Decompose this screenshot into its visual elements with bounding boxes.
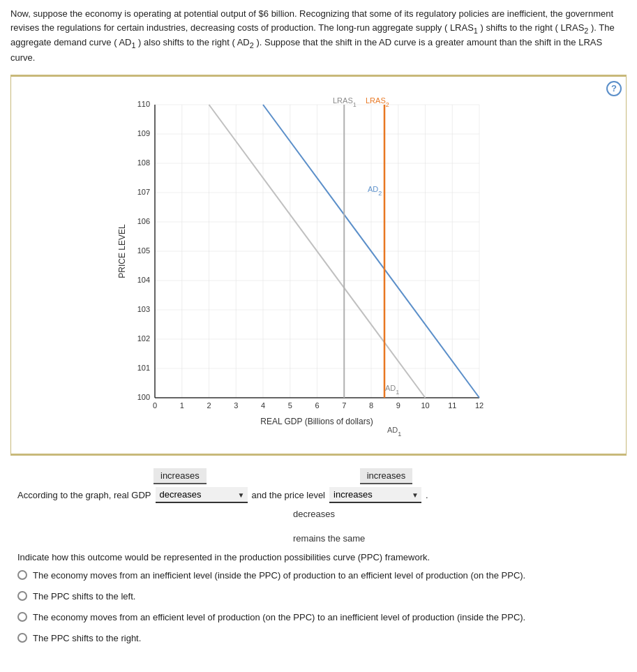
gdp-dropdown[interactable]: increases decreases remains the same xyxy=(156,487,248,503)
increases-label-1: increases xyxy=(153,468,207,484)
radio-text-4: The PPC shifts to the right. xyxy=(33,632,141,645)
svg-text:105: 105 xyxy=(137,246,149,255)
radio-circle-2[interactable] xyxy=(17,591,27,601)
svg-text:104: 104 xyxy=(137,276,149,284)
svg-text:12: 12 xyxy=(474,401,483,410)
sentence-middle: and the price level xyxy=(252,490,326,500)
radio-text-1: The economy moves from an inefficient le… xyxy=(33,569,525,582)
svg-text:110: 110 xyxy=(137,100,149,108)
radio-text-2: The PPC shifts to the left. xyxy=(33,590,135,603)
svg-text:7: 7 xyxy=(342,401,346,410)
gdp-dropdown-wrapper: increases decreases remains the same ▼ xyxy=(156,487,248,503)
svg-text:1: 1 xyxy=(179,401,183,410)
sentence-start: According to the graph, real GDP xyxy=(17,490,151,500)
svg-text:2: 2 xyxy=(207,401,211,410)
svg-text:PRICE LEVEL: PRICE LEVEL xyxy=(117,224,127,278)
gdp-sentence-row: According to the graph, real GDP increas… xyxy=(17,487,620,503)
radio-option-3[interactable]: The economy moves from an efficient leve… xyxy=(17,611,620,624)
svg-text:4: 4 xyxy=(260,401,264,410)
sentence-end: . xyxy=(426,490,428,500)
svg-text:107: 107 xyxy=(137,188,149,196)
svg-text:109: 109 xyxy=(137,129,149,137)
svg-text:100: 100 xyxy=(137,393,149,401)
svg-text:10: 10 xyxy=(421,401,429,410)
chart-svg: 100 101 102 103 104 105 106 107 108 109 … xyxy=(117,84,521,447)
radio-circle-3[interactable] xyxy=(17,612,27,622)
svg-text:106: 106 xyxy=(137,217,149,225)
svg-text:108: 108 xyxy=(137,158,149,167)
svg-text:8: 8 xyxy=(368,401,373,410)
dropdown-section: increases increases According to the gra… xyxy=(10,468,627,544)
price-dropdown[interactable]: increases decreases remains the same xyxy=(329,487,421,503)
decreases-option: decreases xyxy=(293,509,620,519)
svg-text:AD2: AD2 xyxy=(368,185,382,197)
price-dropdown-wrapper: increases decreases remains the same ▼ xyxy=(329,487,421,503)
svg-text:0: 0 xyxy=(152,401,156,410)
question-icon[interactable]: ? xyxy=(606,81,622,96)
radio-circle-4[interactable] xyxy=(17,633,27,643)
chart-container: 100 101 102 103 104 105 106 107 108 109 … xyxy=(117,84,521,447)
radio-circle-1[interactable] xyxy=(17,570,27,580)
radio-option-1[interactable]: The economy moves from an inefficient le… xyxy=(17,569,620,582)
radio-option-4[interactable]: The PPC shifts to the right. xyxy=(17,632,620,645)
svg-text:REAL GDP (Billions of dollars): REAL GDP (Billions of dollars) xyxy=(260,417,373,426)
svg-text:11: 11 xyxy=(448,401,456,410)
ppc-instruction: Indicate how this outcome would be repre… xyxy=(17,552,620,562)
radio-text-3: The economy moves from an efficient leve… xyxy=(33,611,525,624)
ppc-section: Indicate how this outcome would be repre… xyxy=(10,552,627,645)
intro-paragraph: Now, suppose the economy is operating at… xyxy=(10,7,627,65)
svg-text:3: 3 xyxy=(234,401,238,410)
svg-text:6: 6 xyxy=(315,401,319,410)
radio-option-2[interactable]: The PPC shifts to the left. xyxy=(17,590,620,603)
svg-text:103: 103 xyxy=(137,305,149,313)
svg-text:AD1: AD1 xyxy=(387,426,401,438)
svg-text:AD1: AD1 xyxy=(385,384,399,396)
svg-text:102: 102 xyxy=(137,334,149,343)
svg-text:5: 5 xyxy=(287,401,292,410)
chart-outer: ? xyxy=(10,75,627,456)
increases-label-2: increases xyxy=(360,468,413,484)
svg-text:LRAS2: LRAS2 xyxy=(366,96,389,108)
svg-text:101: 101 xyxy=(137,364,149,372)
svg-text:9: 9 xyxy=(396,401,400,410)
remains-option: remains the same xyxy=(293,533,620,544)
